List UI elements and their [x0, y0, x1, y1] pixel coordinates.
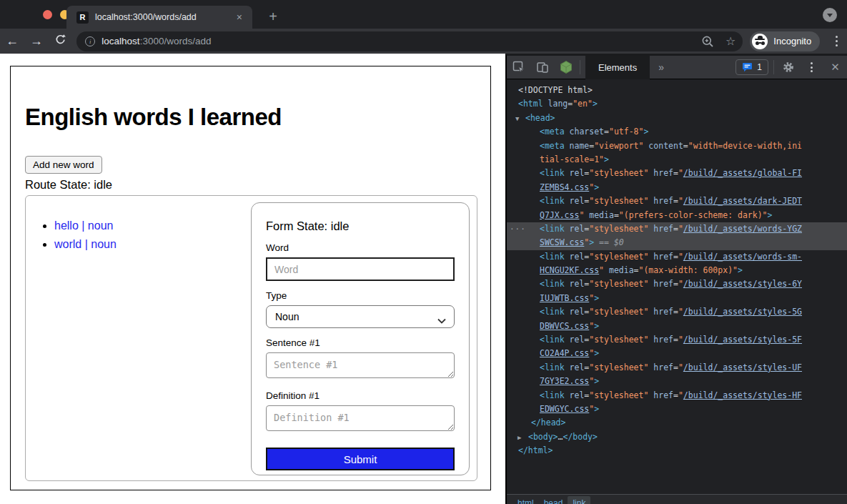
breadcrumb-item[interactable]: link: [568, 496, 590, 504]
definition-textarea[interactable]: [266, 405, 455, 431]
page-title: English words I learned: [25, 104, 476, 131]
content-area: English words I learned Add new word Rou…: [0, 54, 847, 504]
code-line[interactable]: </head>: [507, 416, 847, 430]
device-toolbar-button[interactable]: [530, 61, 554, 74]
breadcrumb-item[interactable]: head: [539, 496, 568, 504]
type-select[interactable]: Noun: [266, 305, 455, 328]
add-new-word-button[interactable]: Add new word: [25, 156, 102, 174]
url-text[interactable]: localhost:3000/words/add: [101, 36, 701, 46]
code-line[interactable]: CO2A4P.css">: [507, 347, 847, 360]
tab-close-icon[interactable]: ×: [234, 11, 245, 23]
code-line[interactable]: <meta name="viewport" content="width=dev…: [507, 139, 847, 153]
code-line[interactable]: <!DOCTYPE html>: [507, 84, 847, 97]
close-window-button[interactable]: [43, 10, 52, 19]
form-state-text: Form State: idle: [266, 219, 455, 233]
inspect-icon: [512, 61, 525, 74]
code-line[interactable]: ZEMBS4.css">: [507, 181, 847, 194]
words-panel: hello | nounworld | noun Form State: idl…: [25, 195, 477, 481]
devtools-settings-button[interactable]: [776, 61, 800, 74]
code-line[interactable]: <link rel="stylesheet" href="/build/_ass…: [507, 277, 847, 291]
issues-count: 1: [757, 62, 762, 72]
more-tabs-button[interactable]: »: [650, 61, 673, 73]
reload-icon: [54, 34, 66, 46]
word-input[interactable]: [266, 257, 455, 281]
browser-toolbar: ← → i localhost:3000/words/add ☆: [0, 29, 847, 54]
tab-search-chevron-icon[interactable]: [823, 8, 837, 22]
word-link[interactable]: world | noun: [54, 238, 117, 250]
word-label: Word: [266, 242, 455, 253]
code-line[interactable]: EDWGYC.css">: [507, 402, 847, 416]
submit-button[interactable]: Submit: [266, 448, 455, 470]
issues-button[interactable]: 1: [735, 59, 768, 75]
kebab-menu-icon: [806, 62, 818, 72]
code-line[interactable]: <link rel="stylesheet" href="/build/_ass…: [507, 194, 847, 208]
code-line[interactable]: <link rel="stylesheet" href="/build/_ass…: [507, 305, 847, 319]
node-actions-icon[interactable]: ···: [510, 222, 526, 236]
devtools-panel: Elements » 1: [505, 54, 847, 504]
new-tab-button[interactable]: +: [263, 7, 283, 26]
route-state-text: Route State: idle: [25, 178, 476, 192]
devtools-menu-button[interactable]: [800, 62, 823, 72]
bookmark-star-icon[interactable]: ☆: [725, 34, 735, 48]
inspect-element-button[interactable]: [507, 61, 530, 74]
code-line[interactable]: <meta charset="utf-8">: [507, 125, 847, 139]
breadcrumb: htmlheadlink: [507, 494, 847, 504]
code-line[interactable]: HCNGU2KF.css" media="(max-width: 600px)"…: [507, 264, 847, 277]
code-line[interactable]: SWCSW.css"> == $0: [507, 236, 847, 249]
address-bar[interactable]: i localhost:3000/words/add ☆: [76, 31, 743, 51]
code-line[interactable]: ▶<body>…</body>: [507, 430, 847, 444]
breadcrumb-item[interactable]: html: [512, 496, 539, 504]
reload-button[interactable]: [49, 34, 73, 49]
browser-window: R localhost:3000/words/add × + ← → i loc…: [0, 0, 847, 504]
tab-title: localhost:3000/words/add: [95, 12, 234, 22]
back-button[interactable]: ←: [0, 34, 24, 49]
node-extension-button[interactable]: [554, 60, 578, 74]
app-container: English words I learned Add new word Rou…: [10, 66, 491, 490]
incognito-icon: [752, 34, 768, 49]
tab-elements[interactable]: Elements: [585, 56, 650, 79]
sentence-textarea[interactable]: [266, 352, 455, 378]
add-word-form: Form State: idle Word Type Noun: [251, 202, 470, 475]
forward-button[interactable]: →: [24, 34, 49, 49]
incognito-label: Incognito: [773, 36, 811, 46]
code-line[interactable]: DBWVCS.css">: [507, 320, 847, 333]
code-line[interactable]: 7GY3E2.css">: [507, 375, 847, 388]
type-label: Type: [266, 290, 455, 301]
devtools-toolbar: Elements » 1: [507, 56, 847, 79]
code-line[interactable]: <link rel="stylesheet" href="/build/_ass…: [507, 389, 847, 402]
word-link[interactable]: hello | noun: [54, 219, 113, 232]
code-line[interactable]: tial-scale=1">: [507, 153, 847, 167]
browser-menu-button[interactable]: [830, 36, 843, 46]
node-hexagon-icon: [559, 60, 573, 74]
code-line[interactable]: IUJWTB.css">: [507, 292, 847, 305]
expand-arrow-icon[interactable]: ▶: [517, 431, 521, 444]
code-line[interactable]: ▼<head>: [507, 112, 847, 125]
remix-favicon-icon: R: [76, 11, 89, 24]
elements-tree: <!DOCTYPE html><html lang="en">▼<head><m…: [507, 79, 847, 494]
sentence-label: Sentence #1: [266, 337, 455, 348]
code-line[interactable]: <link rel="stylesheet" href="/build/_ass…: [507, 167, 847, 180]
definition-label: Definition #1: [266, 390, 455, 401]
issues-bubble-icon: [742, 62, 753, 72]
expand-arrow-icon[interactable]: ▼: [515, 112, 519, 125]
code-line[interactable]: <html lang="en">: [507, 97, 847, 111]
web-page: English words I learned Add new word Rou…: [0, 54, 505, 504]
zoom-icon[interactable]: [701, 35, 714, 48]
code-line[interactable]: <link rel="stylesheet" href="/build/_ass…: [507, 333, 847, 347]
devtools-close-button[interactable]: ✕: [823, 61, 847, 74]
site-info-icon[interactable]: i: [85, 36, 95, 46]
code-line[interactable]: </html>: [507, 444, 847, 458]
code-line[interactable]: <link rel="stylesheet" href="/build/_ass…: [507, 250, 847, 264]
device-icon: [536, 61, 549, 74]
browser-tab[interactable]: R localhost:3000/words/add ×: [66, 6, 252, 29]
code-line[interactable]: <link rel="stylesheet" href="/build/_ass…: [507, 361, 847, 375]
titlebar: R localhost:3000/words/add × +: [0, 0, 847, 29]
incognito-badge: Incognito: [750, 31, 820, 51]
gear-icon: [782, 61, 795, 74]
code-line[interactable]: ···<link rel="stylesheet" href="/build/_…: [507, 222, 847, 236]
code-line[interactable]: Q7JX.css" media="(prefers-color-scheme: …: [507, 209, 847, 222]
